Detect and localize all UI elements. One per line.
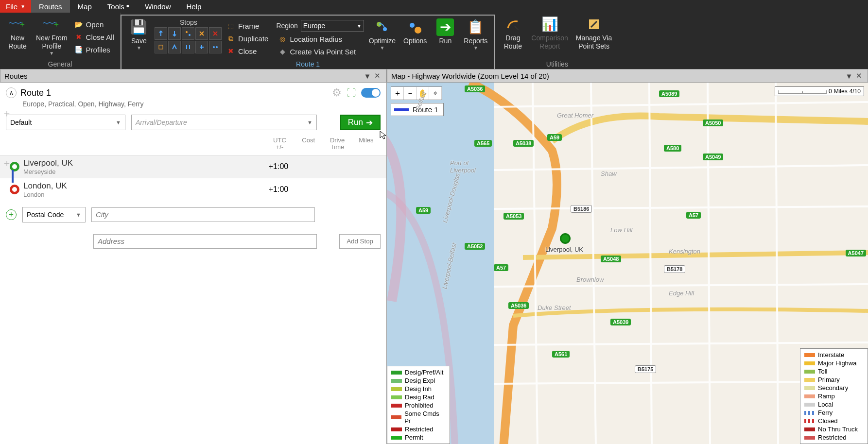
add-stop-plus-button[interactable]: ＋ [6,209,17,220]
arrival-select[interactable]: Arrival/Departure▼ [131,115,317,130]
map-legend-left: Desig/Pref/AltDesig ExplDesig InhDesig R… [387,366,450,444]
ribbon-label-route1: Route 1 [125,59,490,69]
new-from-profile-button[interactable]: 〰＋ New From Profile ▼ [33,15,70,59]
road-label: A580 [664,145,681,152]
city-input[interactable] [91,207,315,222]
map-close-icon[interactable]: ✕ [854,71,864,80]
frame-button[interactable]: ⬚Frame [225,20,271,31]
menu-tools[interactable]: Tools• [100,0,137,13]
stop-btn-4[interactable] [195,27,208,40]
map-svg [387,83,868,444]
location-radius-button[interactable]: ◎Location Radius [276,34,364,44]
stop-btn-6[interactable] [155,41,167,53]
ribbon-group-utilities: Drag Route 📊 Comparison Report Manage Vi… [495,13,619,69]
road-label: A565 [474,140,492,147]
stop-utc: +1:00 [264,162,293,171]
stop-btn-5[interactable] [209,27,222,40]
area-label: Low Hill [610,226,633,234]
profile-select[interactable]: Default▼ [6,115,125,130]
add-handle-top[interactable]: ＋ [2,107,12,120]
area-label: Brownlow [576,276,604,283]
drag-route-button[interactable]: Drag Route [499,15,526,59]
select-button[interactable]: ⌖ [429,87,442,100]
legend-row: No Thru Truck [804,425,864,433]
postal-select[interactable]: Postal Code▼ [22,207,86,222]
menu-file[interactable]: File▼ [0,0,31,13]
road-label: A5048 [601,256,621,262]
legend-row: Desig/Pref/Alt [391,368,446,376]
col-drive: Drive Time [323,137,351,151]
city-marker[interactable] [560,233,571,244]
stop-btn-10[interactable] [209,41,222,53]
close-route-button[interactable]: ✖Close [225,46,271,56]
road-label: A561 [552,351,570,358]
optimize-button[interactable]: Optimize▼ [366,17,399,59]
stop-btn-2[interactable] [168,27,181,40]
comparison-report-button[interactable]: 📊 Comparison Report [528,15,571,59]
profiles-button[interactable]: 📑Profiles [72,44,116,55]
stop-row-1[interactable]: London, UK London +1:00 [0,178,386,201]
ribbon-label-general: General [4,59,116,69]
routes-panel-header: Routes ▼ ✕ [0,69,386,83]
stop-btn-3[interactable] [182,27,194,40]
map-canvas[interactable]: ＋ － ✋ ⌖ Route 1 0Miles4/10 A5036 A5089 A… [387,83,868,444]
route-controls: Default▼ Arrival/Departure▼ Run➔ [0,110,386,135]
address-input[interactable] [93,234,317,249]
open-button[interactable]: 📂Open [72,19,116,30]
save-button[interactable]: 💾 Save▼ [125,17,153,59]
route-settings-icon[interactable]: ⚙ [332,86,342,99]
manage-via-icon [585,16,603,33]
run-button[interactable]: ➔ Run [432,17,459,59]
add-stop-button[interactable]: Add Stop [339,234,381,249]
area-label: Great Homer [557,112,593,119]
duplicate-button[interactable]: ⧉Duplicate [225,33,271,44]
stop-btn-7[interactable] [168,41,181,53]
road-label: A5053 [503,213,524,220]
options-button[interactable]: Options [400,17,430,59]
open-icon: 📂 [74,20,83,29]
new-route-button[interactable]: 〰＋ New Route [4,15,31,59]
route-toggle[interactable] [361,88,381,98]
stop-row-0[interactable]: Liverpool, UK Merseyside +1:00 [0,155,386,178]
zoom-out-button[interactable]: － [404,87,417,100]
road-label: A5050 [703,120,723,126]
run-route-button[interactable]: Run➔ [340,115,381,130]
route-subtitle: Europe, Practical, Open, Highway, Ferry [22,100,381,108]
menu-routes[interactable]: Routes [31,0,70,13]
frame-icon: ⬚ [226,21,235,30]
menu-map[interactable]: Map [70,0,100,13]
legend-row: Major Highwa [804,359,864,367]
manage-via-button[interactable]: Manage Via Point Sets [573,15,615,59]
svg-rect-2 [159,45,163,49]
routes-minimize-icon[interactable]: ▼ [363,72,372,80]
stop-btn-1[interactable] [155,27,167,40]
map-legend-right: InterstateMajor HighwaTollPrimarySeconda… [800,348,868,444]
map-minimize-icon[interactable]: ▼ [844,72,854,80]
menu-help[interactable]: Help [179,0,209,13]
region-select[interactable]: Europe▼ [301,20,364,32]
create-via-button[interactable]: ◆Create Via Point Set [276,46,364,57]
collapse-route-button[interactable]: ∧ [6,87,17,98]
close-all-button[interactable]: ✖Close All [72,32,116,42]
road-label: A5052 [465,243,485,250]
reports-button[interactable]: 📋 Reports▼ [461,17,490,59]
stop-btn-8[interactable] [182,41,194,53]
svg-point-1 [189,34,191,36]
svg-point-7 [410,23,415,28]
route-expand-icon[interactable]: ⛶ [347,87,356,99]
add-handle-stop[interactable]: ＋ [2,156,12,170]
stop-name: Liverpool, UK [23,158,264,168]
area-label: Duke Street [538,304,571,311]
routes-close-icon[interactable]: ✕ [372,71,382,80]
road-label: A5089 [659,90,679,97]
menu-window[interactable]: Window [137,0,178,13]
legend-row: Interstate [804,351,864,359]
drag-route-icon [504,16,521,33]
legend-row: Toll [804,367,864,376]
zoom-in-button[interactable]: ＋ [391,87,404,100]
legend-row: Permit [391,433,446,442]
col-utc: UTC +/- [265,137,294,151]
map-toolbar: ＋ － ✋ ⌖ [391,86,442,100]
stop-btn-9[interactable] [195,41,208,53]
run-icon: ➔ [436,18,454,36]
